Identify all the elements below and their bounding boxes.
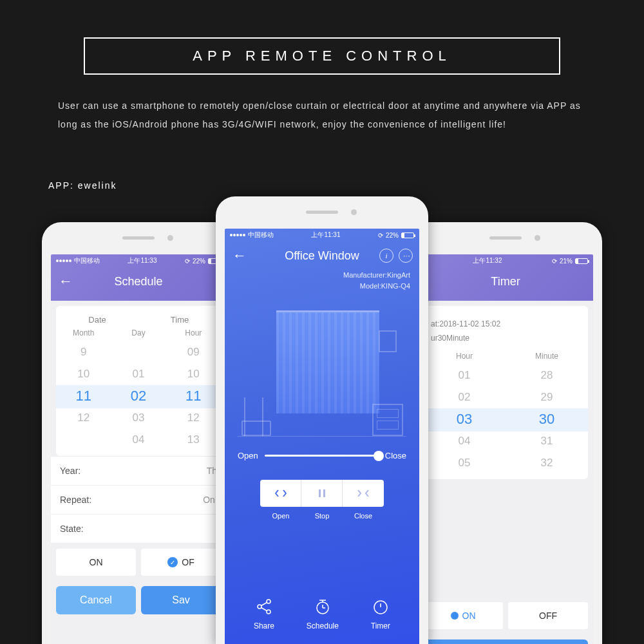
state-on-button[interactable]: ON — [423, 602, 503, 629]
svg-point-3 — [267, 600, 270, 603]
more-icon[interactable]: ⋯ — [399, 249, 413, 263]
open-label: Open — [260, 512, 301, 520]
date-picker[interactable]: 9 10 11 12 01 02 03 04 — [56, 341, 221, 451]
banner-title: APP REMOTE CONTROL — [85, 48, 559, 64]
radio-on-icon — [451, 612, 459, 620]
cancel-button[interactable]: Cancel — [56, 586, 136, 614]
carrier-label: 中国移动 — [248, 231, 274, 240]
open-arrows-icon — [275, 489, 287, 498]
state-row: State: — [51, 514, 226, 544]
page-title: Office Window — [285, 249, 359, 263]
phone-office-window: 中国移动 上午11:31 ⟳ 22% ← Office Window i ⋯ — [216, 196, 428, 644]
battery-percent: 22% — [193, 258, 205, 265]
curtain-illustration — [238, 301, 406, 437]
curtain-icon — [276, 310, 379, 413]
phone-schedule: 中国移动 上午11:33 ⟳ 22% ← Schedule — [42, 222, 235, 644]
save-button[interactable]: Sav — [141, 586, 221, 614]
check-icon: ✓ — [167, 557, 178, 567]
time-picker[interactable]: 01 02 03 04 05 28 29 30 31 — [423, 365, 588, 474]
picture-frame-icon — [379, 330, 397, 352]
status-bar: 中国移动 上午11:33 ⟳ 22% — [51, 254, 226, 267]
stop-button[interactable] — [301, 480, 343, 507]
state-on-button[interactable]: ON — [56, 549, 136, 576]
battery-percent: 22% — [386, 232, 399, 239]
slider-close-label: Close — [385, 451, 406, 460]
app-name-label: APP: ewelink — [48, 180, 117, 191]
col-time: Time — [138, 315, 221, 325]
battery-percent: 21% — [560, 258, 573, 265]
svg-line-6 — [261, 608, 267, 611]
carrier-label: 中国移动 — [74, 256, 100, 265]
close-label: Close — [343, 512, 384, 520]
status-time: 上午11:32 — [473, 256, 502, 265]
dresser-icon — [372, 404, 403, 436]
back-arrow-icon[interactable]: ← — [59, 273, 73, 290]
status-time: 上午11:31 — [311, 231, 340, 240]
svg-point-2 — [258, 605, 261, 609]
schedule-icon — [313, 597, 332, 616]
stop-label: Stop — [301, 512, 343, 520]
save-button[interactable]: Save — [423, 639, 588, 644]
repeat-row[interactable]: Repeat: Onl — [51, 485, 226, 514]
phone-mockups: 中国移动 上午11:33 ⟳ 22% ← Schedule — [0, 196, 644, 644]
close-button[interactable] — [343, 480, 384, 507]
slider-open-label: Open — [238, 451, 258, 460]
subcol-day: Day — [111, 328, 166, 337]
banner-box: APP REMOTE CONTROL — [84, 37, 560, 75]
timer-icon — [371, 597, 390, 616]
open-button[interactable] — [260, 480, 301, 507]
subcol-month: Month — [56, 328, 111, 337]
schedule-action[interactable]: Schedule — [307, 597, 339, 630]
status-bar: 中国移动 上午11:31 ⟳ 22% — [225, 229, 419, 242]
status-time: 上午11:33 — [128, 256, 156, 265]
svg-rect-1 — [323, 489, 325, 497]
share-icon — [254, 597, 274, 616]
subcol-hour: Hour — [423, 352, 506, 361]
svg-point-4 — [267, 610, 270, 614]
pause-icon — [318, 489, 326, 498]
device-meta: Manufacturer:KingArt Model:KING-Q4 — [225, 270, 419, 295]
svg-line-5 — [261, 603, 267, 606]
timer-action[interactable]: Timer — [371, 597, 390, 630]
svg-rect-0 — [319, 489, 321, 497]
state-off-button[interactable]: OFF — [508, 602, 588, 629]
close-arrows-icon — [357, 489, 369, 498]
banner-description: User can use a smartphone to remotely op… — [58, 97, 586, 135]
col-date: Date — [56, 315, 138, 325]
open-close-slider[interactable] — [265, 455, 379, 457]
page-title: Schedule — [114, 275, 162, 289]
timer-meta: at:2018-11-02 15:02 ur30Minute — [423, 311, 588, 352]
subcol-minute: Minute — [506, 352, 588, 361]
status-bar: 上午11:32 ⟳ 21% — [418, 254, 593, 267]
info-icon[interactable]: i — [379, 249, 393, 263]
back-arrow-icon[interactable]: ← — [232, 247, 247, 264]
year-row[interactable]: Year: Th — [51, 456, 226, 485]
phone-timer: 上午11:32 ⟳ 21% Timer at:2018-11-02 15:02 … — [409, 222, 602, 644]
plant-icon — [244, 397, 263, 436]
subcol-hour: Hour — [166, 328, 221, 337]
share-action[interactable]: Share — [254, 597, 274, 630]
page-title: Timer — [491, 275, 520, 289]
slider-thumb[interactable] — [374, 451, 384, 461]
state-off-button[interactable]: ✓ OF — [141, 549, 221, 576]
